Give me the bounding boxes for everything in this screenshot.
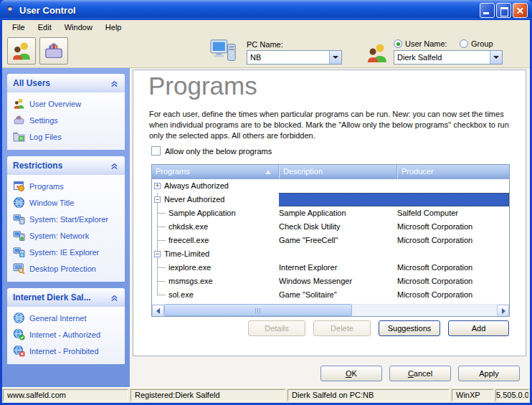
allow-only-checkbox-label: Allow only the below programs (165, 147, 272, 156)
sidebar-item-system-ie-explorer[interactable]: System: IE Explorer (7, 244, 125, 260)
row-description: Internet Explorer (279, 263, 337, 272)
globe-check-icon (13, 328, 25, 340)
description-cell: Internet Explorer (279, 261, 397, 275)
table-row-chkdsk-exe[interactable]: chkdsk.exeCheck Disk UtilityMicrosoft Co… (152, 220, 509, 234)
toolbox-icon (43, 40, 65, 62)
scrollbar-track[interactable] (164, 305, 497, 316)
maximize-button[interactable] (496, 3, 511, 18)
programs-panel: Programs For each user, define the times… (133, 70, 526, 356)
pc-name-combobox[interactable]: NB (247, 50, 342, 65)
row-label: Never Authorized (164, 195, 224, 204)
menu-item-file[interactable]: File (6, 22, 32, 33)
menu-item-window[interactable]: Window (58, 22, 99, 33)
producer-cell: Salfeld Computer (397, 206, 509, 220)
row-description: Sample Application (279, 209, 346, 217)
description-cell (279, 193, 397, 206)
settings-toolbar-button[interactable] (39, 37, 68, 65)
page-description: For each user, define the times when par… (149, 109, 518, 141)
computer-icon (13, 213, 25, 225)
column-header-producer[interactable]: Producer (397, 165, 509, 178)
column-header-description[interactable]: Description (279, 165, 397, 178)
sidebar-section-header[interactable]: Internet Dierk Sal... (7, 288, 125, 307)
users-toolbar-button[interactable] (7, 37, 36, 65)
window-frame: FileEditWindowHelp PC Name: NB User Name… (2, 20, 530, 403)
menu-item-edit[interactable]: Edit (32, 22, 58, 33)
expand-box-icon[interactable]: + (154, 183, 161, 189)
sidebar-section-all-users: All UsersUser OverviewSettingsLog Files (7, 74, 125, 150)
table-row-sample-application[interactable]: Sample ApplicationSample ApplicationSalf… (152, 206, 509, 220)
title-bar[interactable]: User Control (0, 0, 532, 20)
computer-icon (209, 37, 237, 65)
scrollbar-thumb[interactable] (164, 304, 352, 316)
description-cell: Game "Solitaire" (279, 288, 397, 302)
row-label: Time-Limited (164, 249, 209, 258)
sidebar-item-settings[interactable]: Settings (7, 112, 125, 128)
dropdown-arrow-icon[interactable] (329, 51, 341, 64)
chevron-double-up-icon (110, 161, 119, 171)
group-radio[interactable]: Group (460, 39, 493, 48)
user-name-radio-label: User Name: (405, 39, 447, 48)
dropdown-arrow-icon[interactable] (490, 51, 502, 64)
table-row-never-authorized[interactable]: −Never Authorized (152, 193, 509, 206)
sidebar-item-user-overview[interactable]: User Overview (7, 95, 125, 112)
table-row-sol-exe[interactable]: sol.exeGame "Solitaire"Microsoft Corpora… (152, 288, 509, 302)
row-label: sol.exe (168, 290, 194, 299)
row-label: iexplore.exe (168, 263, 211, 272)
sidebar-item-programs[interactable]: Programs (7, 178, 125, 194)
toolbox-icon (13, 114, 25, 126)
checkbox-unchecked-icon[interactable] (151, 146, 161, 156)
sidebar-section-header[interactable]: Restrictions (7, 156, 125, 175)
chevron-double-up-icon (110, 79, 119, 88)
footer-buttons: OKCancelApply (320, 366, 520, 381)
horizontal-scrollbar[interactable] (152, 304, 509, 316)
sidebar-item-desktop-protection[interactable]: Desktop Protection (7, 260, 125, 277)
minimize-button[interactable] (480, 3, 495, 18)
row-producer: Microsoft Corporation (397, 236, 472, 244)
column-header-programs[interactable]: Programs (152, 165, 279, 178)
table-row-always-authorized[interactable]: +Always Authorized (152, 179, 509, 193)
sidebar-item-system-network[interactable]: System: Network (7, 227, 125, 244)
sidebar-item-general-internet[interactable]: General Internet (7, 310, 125, 326)
sidebar-item-internet-authorized[interactable]: Internet - Authorized (7, 326, 125, 343)
row-label: Sample Application (168, 209, 236, 217)
scroll-right-icon[interactable] (497, 305, 509, 317)
user-name-combobox[interactable]: Dierk Salfeld (394, 50, 503, 65)
sidebar-item-system-start-explorer[interactable]: System: Start/Explorer (7, 211, 125, 227)
row-description: Game "Solitaire" (279, 290, 337, 299)
menu-item-help[interactable]: Help (99, 22, 128, 33)
collapse-box-icon[interactable]: − (154, 251, 161, 257)
allow-only-checkbox-row[interactable]: Allow only the below programs (151, 146, 272, 156)
apply-button[interactable]: Apply (458, 366, 520, 381)
program-cell: sol.exe (152, 288, 279, 302)
program-cell: chkdsk.exe (152, 220, 279, 234)
table-row-freecell-exe[interactable]: freecell.exeGame "FreeCell"Microsoft Cor… (152, 234, 509, 247)
row-label: freecell.exe (168, 236, 209, 244)
cancel-button[interactable]: Cancel (389, 366, 451, 381)
close-button[interactable] (513, 3, 528, 18)
table-row-time-limited[interactable]: −Time-Limited (152, 247, 509, 261)
producer-cell: Microsoft Corporation (397, 261, 509, 275)
description-cell: Check Disk Utility (279, 220, 397, 234)
user-name-radio[interactable]: User Name: (394, 39, 447, 48)
details-button[interactable]: Details (248, 320, 305, 336)
sidebar-item-label: System: Network (29, 232, 89, 240)
delete-button[interactable]: Delete (313, 320, 371, 336)
toolbar: PC Name: NB User Name: Group Dierk Salfe… (2, 34, 530, 68)
description-cell: Sample Application (279, 206, 397, 220)
program-cell: −Time-Limited (152, 247, 279, 261)
sidebar-section-body: User OverviewSettingsLog Files (7, 92, 125, 150)
app-icon (4, 4, 16, 16)
suggestions-button[interactable]: Suggestions (379, 320, 440, 336)
tree-line (158, 281, 166, 282)
sidebar-item-log-files[interactable]: Log Files (7, 128, 125, 145)
table-row-msmsgs-exe[interactable]: msmsgs.exeWindows MessengerMicrosoft Cor… (152, 275, 509, 288)
sidebar-section-header[interactable]: All Users (7, 74, 125, 92)
ok-button[interactable]: OK (320, 366, 382, 381)
sidebar-item-internet-prohibited[interactable]: Internet - Prohibited (7, 343, 125, 359)
sidebar-item-window-title[interactable]: Window Title (7, 194, 125, 211)
scroll-left-icon[interactable] (152, 305, 164, 317)
table-row-iexplore-exe[interactable]: iexplore.exeInternet ExplorerMicrosoft C… (152, 261, 509, 275)
program-cell: freecell.exe (152, 234, 279, 247)
collapse-box-icon[interactable]: − (154, 196, 161, 203)
add-button[interactable]: Add (448, 320, 509, 336)
